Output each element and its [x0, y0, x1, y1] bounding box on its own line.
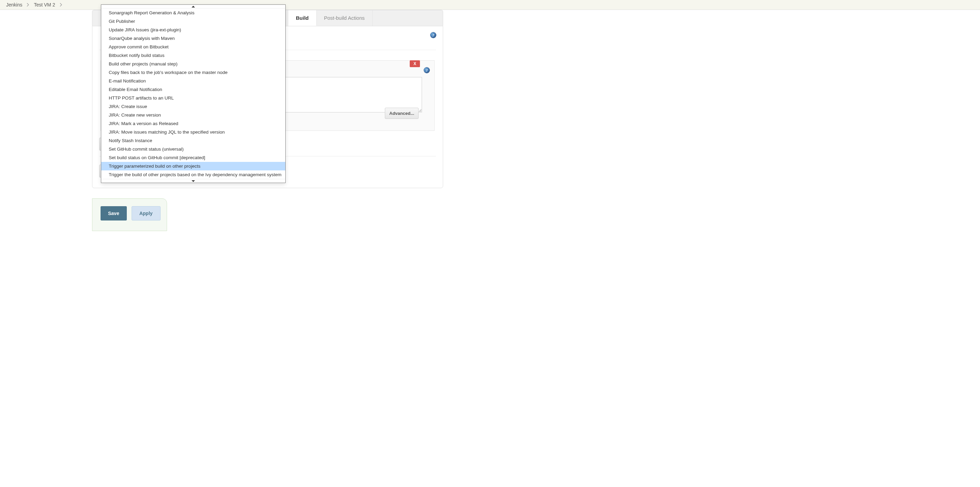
dropdown-item[interactable]: HTTP POST artifacts to an URL: [101, 94, 285, 102]
dropdown-item[interactable]: Build other projects (manual step): [101, 60, 285, 68]
dropdown-item[interactable]: Sonargraph Report Generation & Analysis: [101, 8, 285, 17]
help-icon[interactable]: ?: [431, 32, 436, 38]
breadcrumb-root[interactable]: Jenkins: [6, 2, 22, 8]
dropdown-scroll-down[interactable]: [101, 179, 285, 183]
chevron-right-icon: [27, 3, 29, 6]
dropdown-item[interactable]: E-mail Notification: [101, 77, 285, 85]
breadcrumb-item[interactable]: Test VM 2: [34, 2, 55, 8]
dropdown-item[interactable]: Set build status on GitHub commit [depre…: [101, 153, 285, 162]
advanced-button[interactable]: Advanced...: [385, 108, 418, 119]
dropdown-item[interactable]: Update JIRA Issues (jira-ext-plugin): [101, 25, 285, 34]
help-icon[interactable]: ?: [424, 67, 430, 73]
save-button[interactable]: Save: [100, 206, 127, 221]
dropdown-item[interactable]: Git Publisher: [101, 17, 285, 25]
dropdown-item[interactable]: Bitbucket notify build status: [101, 51, 285, 60]
tab-build[interactable]: Build: [288, 10, 317, 26]
dropdown-item[interactable]: Approve commit on Bitbucket: [101, 43, 285, 51]
dropdown-item[interactable]: Set GitHub commit status (universal): [101, 145, 285, 153]
dropdown-list: Sonargraph Report Generation & AnalysisG…: [101, 8, 285, 179]
dropdown-item[interactable]: Notify Stash Instance: [101, 136, 285, 145]
post-build-action-dropdown[interactable]: Sonargraph Report Generation & AnalysisG…: [101, 5, 286, 183]
dropdown-item[interactable]: SonarQube analysis with Maven: [101, 34, 285, 43]
dropdown-item[interactable]: JIRA: Create new version: [101, 111, 285, 119]
tab-post-build-actions[interactable]: Post-build Actions: [317, 10, 372, 26]
form-actions: Save Apply: [92, 198, 167, 231]
dropdown-scroll-up[interactable]: [101, 5, 285, 8]
dropdown-item[interactable]: Trigger parameterized build on other pro…: [101, 162, 285, 170]
delete-step-button[interactable]: X: [410, 60, 420, 67]
chevron-down-icon: [192, 180, 195, 182]
dropdown-item[interactable]: Trigger the build of other projects base…: [101, 170, 285, 179]
dropdown-item[interactable]: Editable Email Notification: [101, 85, 285, 94]
dropdown-item[interactable]: JIRA: Mark a version as Released: [101, 119, 285, 128]
chevron-right-icon: [60, 3, 62, 6]
dropdown-item[interactable]: Copy files back to the job's workspace o…: [101, 68, 285, 77]
chevron-up-icon: [192, 6, 195, 8]
apply-button[interactable]: Apply: [132, 206, 161, 221]
dropdown-item[interactable]: JIRA: Move issues matching JQL to the sp…: [101, 128, 285, 136]
dropdown-item[interactable]: JIRA: Create issue: [101, 102, 285, 111]
